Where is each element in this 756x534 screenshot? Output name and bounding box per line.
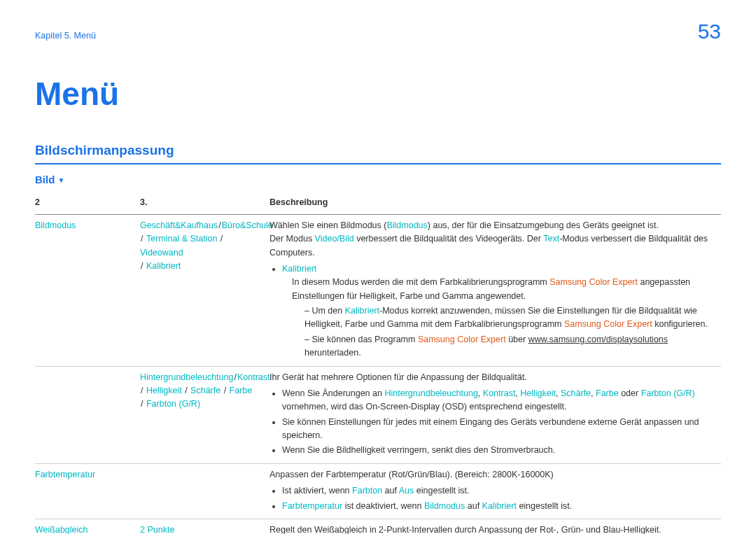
col-header-2: 3. xyxy=(140,193,270,214)
cell-empty xyxy=(140,463,270,519)
sub-heading-bild: Bild ▼ xyxy=(35,171,721,188)
cell-weissabgleich: Weißabgleich xyxy=(35,519,140,534)
cell-bildmodus-desc: Wählen Sie einen Bildmodus (Bildmodus) a… xyxy=(270,214,721,366)
chevron-down-icon: ▼ xyxy=(58,176,65,184)
cell-hgb-desc: Ihr Gerät hat mehrere Optionen für die A… xyxy=(270,366,721,463)
col-header-3: Beschreibung xyxy=(270,193,721,214)
bullet-kalibriert: Kalibriert xyxy=(282,264,316,274)
col-header-1: 2 xyxy=(35,193,140,214)
page-title: Menü xyxy=(35,69,721,119)
cell-2punkte: 2 Punkte xyxy=(140,519,270,534)
table-row: Weißabgleich 2 Punkte Regelt den Weißabg… xyxy=(35,519,721,534)
section-title: Bildschirmanpassung xyxy=(35,140,721,160)
chapter-label: Kapitel 5. Menü xyxy=(35,29,96,43)
cell-weiss2-desc: Regelt den Weißabgleich in 2-Punkt-Inter… xyxy=(270,519,721,534)
samsung-link[interactable]: www.samsung.com/displaysolutions xyxy=(528,335,668,344)
cell-farbtemperatur: Farbtemperatur xyxy=(35,463,140,519)
cell-bildmodus-options: Geschäft&Kaufhaus/Büro&Schule / Terminal… xyxy=(140,214,270,366)
table-row: Bildmodus Geschäft&Kaufhaus/Büro&Schule … xyxy=(35,214,721,366)
cell-hgb-options: Hintergrundbeleuchtung/Kontrast / Hellig… xyxy=(140,366,270,463)
table-row: Hintergrundbeleuchtung/Kontrast / Hellig… xyxy=(35,366,721,463)
section-rule xyxy=(35,163,721,164)
settings-table: 2 3. Beschreibung Bildmodus Geschäft&Kau… xyxy=(35,193,721,534)
cell-bildmodus: Bildmodus xyxy=(35,214,140,366)
table-row: Farbtemperatur Anpassen der Farbtemperat… xyxy=(35,463,721,519)
cell-empty xyxy=(35,366,140,463)
cell-farbtemp-desc: Anpassen der Farbtemperatur (Rot/Grün/Bl… xyxy=(270,463,721,519)
page-number: 53 xyxy=(698,15,721,48)
